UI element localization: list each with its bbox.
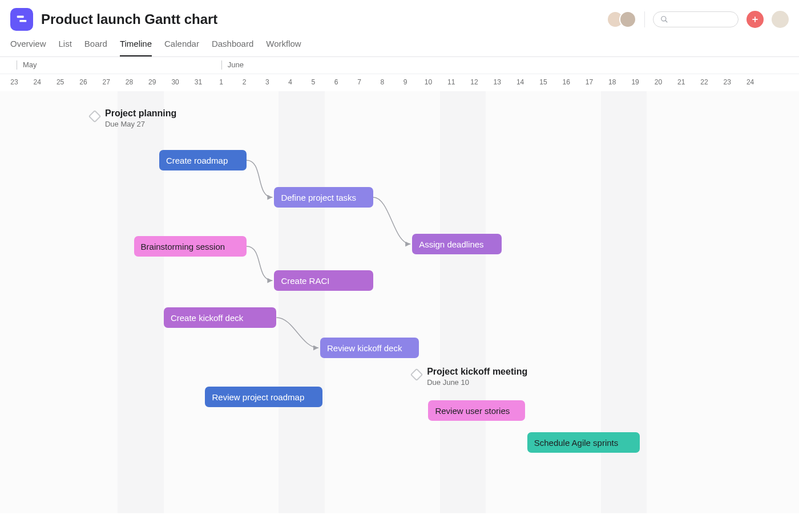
milestone[interactable]: Project kickoff meetingDue June 10 bbox=[412, 367, 527, 387]
task-label: Review kickoff deck bbox=[327, 343, 402, 353]
svg-rect-1 bbox=[19, 20, 26, 22]
milestone-title: Project kickoff meeting bbox=[427, 367, 527, 377]
task-bar[interactable]: Create RACI bbox=[274, 270, 373, 291]
tab-timeline[interactable]: Timeline bbox=[120, 39, 152, 56]
task-bar[interactable]: Create kickoff deck bbox=[164, 307, 276, 328]
gantt-area[interactable]: Create roadmapDefine project tasksAssign… bbox=[0, 91, 799, 513]
tab-calendar[interactable]: Calendar bbox=[164, 39, 199, 56]
day-label: 11 bbox=[447, 78, 455, 86]
weekend-stripe bbox=[440, 91, 486, 513]
day-label: 10 bbox=[425, 78, 432, 86]
task-bar[interactable]: Review kickoff deck bbox=[320, 338, 419, 358]
task-bar[interactable]: Define project tasks bbox=[274, 187, 373, 208]
user-avatar[interactable] bbox=[772, 11, 789, 28]
milestone-diamond-icon bbox=[88, 110, 102, 123]
tab-overview[interactable]: Overview bbox=[10, 39, 46, 56]
divider bbox=[644, 11, 645, 27]
day-label: 31 bbox=[195, 78, 202, 86]
day-label: 17 bbox=[586, 78, 593, 86]
tab-list[interactable]: List bbox=[59, 39, 72, 56]
day-label: 12 bbox=[470, 78, 478, 86]
task-label: Create roadmap bbox=[166, 156, 228, 165]
member-avatars[interactable] bbox=[607, 11, 636, 28]
task-bar[interactable]: Create roadmap bbox=[159, 150, 247, 170]
svg-point-2 bbox=[661, 17, 666, 21]
day-label: 19 bbox=[631, 78, 639, 86]
task-label: Define project tasks bbox=[281, 193, 356, 202]
day-label: 23 bbox=[10, 78, 18, 86]
day-label: 9 bbox=[403, 78, 407, 86]
day-label: 16 bbox=[563, 78, 570, 86]
tab-board[interactable]: Board bbox=[84, 39, 107, 56]
plus-icon bbox=[751, 15, 759, 23]
day-label: 21 bbox=[677, 78, 685, 86]
task-bar[interactable]: Brainstorming session bbox=[134, 236, 247, 257]
project-icon bbox=[10, 8, 33, 31]
day-label: 24 bbox=[746, 78, 754, 86]
day-label: 30 bbox=[171, 78, 179, 86]
task-label: Assign deadlines bbox=[419, 239, 483, 249]
day-label: 13 bbox=[494, 78, 501, 86]
task-label: Create RACI bbox=[281, 276, 329, 286]
task-bar[interactable]: Schedule Agile sprints bbox=[527, 432, 640, 453]
task-bar[interactable]: Review project roadmap bbox=[205, 387, 322, 407]
day-label: 20 bbox=[655, 78, 662, 86]
day-label: 24 bbox=[34, 78, 41, 86]
day-label: 23 bbox=[724, 78, 731, 86]
add-button[interactable] bbox=[746, 11, 764, 28]
day-label: 1 bbox=[219, 78, 223, 86]
milestone-due: Due June 10 bbox=[427, 378, 527, 387]
day-label: 25 bbox=[57, 78, 64, 86]
timeline-months: MayJune bbox=[0, 57, 799, 74]
dependency-arrow bbox=[373, 197, 411, 244]
day-label: 8 bbox=[380, 78, 384, 86]
avatar[interactable] bbox=[619, 11, 636, 28]
header-right bbox=[607, 11, 789, 28]
day-label: 15 bbox=[539, 78, 547, 86]
task-bar[interactable]: Assign deadlines bbox=[412, 234, 502, 254]
milestone[interactable]: Project planningDue May 27 bbox=[90, 108, 176, 128]
tab-dashboard[interactable]: Dashboard bbox=[212, 39, 253, 56]
task-label: Schedule Agile sprints bbox=[534, 438, 619, 448]
day-label: 2 bbox=[243, 78, 247, 86]
task-label: Brainstorming session bbox=[141, 242, 225, 251]
day-label: 27 bbox=[103, 78, 110, 86]
task-label: Review project roadmap bbox=[212, 392, 304, 402]
milestone-due: Due May 27 bbox=[105, 120, 176, 128]
day-label: 26 bbox=[79, 78, 87, 86]
day-label: 6 bbox=[334, 78, 338, 86]
task-label: Create kickoff deck bbox=[171, 313, 243, 323]
task-label: Review user stories bbox=[435, 406, 510, 416]
milestone-text: Project planningDue May 27 bbox=[105, 108, 176, 128]
day-label: 18 bbox=[608, 78, 616, 86]
day-label: 5 bbox=[312, 78, 316, 86]
day-label: 4 bbox=[288, 78, 292, 86]
day-label: 14 bbox=[516, 78, 524, 86]
svg-rect-0 bbox=[17, 16, 24, 18]
milestone-text: Project kickoff meetingDue June 10 bbox=[427, 367, 527, 387]
month-label: May bbox=[17, 60, 37, 70]
milestone-title: Project planning bbox=[105, 108, 176, 119]
day-label: 7 bbox=[357, 78, 361, 86]
day-label: 3 bbox=[265, 78, 269, 86]
dependency-arrow bbox=[247, 246, 272, 281]
day-label: 29 bbox=[148, 78, 156, 86]
svg-line-3 bbox=[665, 21, 668, 23]
search-icon bbox=[660, 15, 668, 23]
tab-bar: OverviewListBoardTimelineCalendarDashboa… bbox=[0, 31, 799, 57]
weekend-stripe bbox=[279, 91, 325, 513]
day-label: 28 bbox=[126, 78, 133, 86]
dependency-arrow bbox=[247, 160, 272, 197]
task-bar[interactable]: Review user stories bbox=[428, 400, 524, 421]
tab-workflow[interactable]: Workflow bbox=[266, 39, 301, 56]
day-label: 22 bbox=[700, 78, 708, 86]
header: Product launch Gantt chart bbox=[0, 0, 799, 31]
project-title: Product launch Gantt chart bbox=[41, 11, 217, 27]
gantt-icon bbox=[15, 13, 28, 26]
month-label: June bbox=[221, 60, 244, 70]
weekend-stripe bbox=[118, 91, 164, 513]
timeline-days: 2324252627282930311234567891011121314151… bbox=[0, 74, 799, 91]
milestone-diamond-icon bbox=[410, 368, 423, 381]
search-input[interactable] bbox=[653, 11, 739, 27]
